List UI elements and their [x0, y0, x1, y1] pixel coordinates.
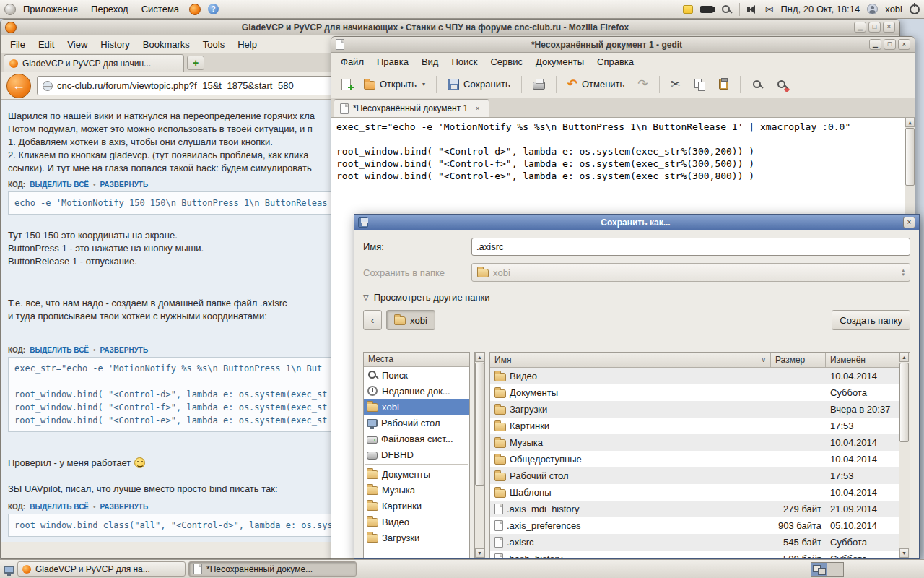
workspace-switcher[interactable]: [811, 562, 844, 577]
gedit-menu-edit[interactable]: Правка: [370, 54, 415, 69]
place-filesystem[interactable]: Файловая сист...: [364, 431, 469, 447]
file-row[interactable]: Музыка10.04.2014: [490, 434, 899, 451]
gedit-menu-file[interactable]: Файл: [334, 54, 370, 69]
place-downloads[interactable]: Загрузки: [364, 530, 469, 545]
gedit-menu-search[interactable]: Поиск: [445, 54, 484, 69]
document-tab[interactable]: *Несохранённый документ 1 ×: [334, 99, 489, 117]
user-icon[interactable]: [867, 4, 878, 14]
place-recent[interactable]: Недавние док...: [364, 383, 469, 399]
distro-menu-icon[interactable]: [4, 4, 16, 15]
menu-places[interactable]: Переход: [85, 1, 134, 17]
create-folder-button[interactable]: Создать папку: [832, 310, 910, 330]
power-icon[interactable]: [910, 4, 920, 14]
file-row[interactable]: Общедоступные10.04.2014: [490, 451, 899, 467]
tab-close-icon[interactable]: ×: [472, 103, 483, 114]
menu-view[interactable]: View: [61, 37, 94, 52]
menu-history[interactable]: History: [94, 37, 136, 52]
file-row[interactable]: .axisrc545 байтСуббота: [490, 534, 899, 551]
firefox-titlebar[interactable]: GladeVCP и PyVCP для начинающих • Станки…: [1, 20, 899, 35]
place-pictures[interactable]: Картинки: [364, 498, 469, 514]
column-modified[interactable]: Изменён: [826, 353, 899, 368]
scroll-down-icon[interactable]: ▼: [899, 548, 909, 558]
minimize-icon[interactable]: ▁: [869, 39, 881, 50]
gedit-titlebar[interactable]: *Несохранённый документ 1 - gedit ▁ □ ×: [331, 37, 915, 53]
path-back-button[interactable]: ‹: [363, 310, 382, 330]
file-row[interactable]: .axis_mdi_history279 байт21.09.2014: [490, 501, 899, 517]
select-all-link[interactable]: ВЫДЕЛИТЬ ВСЁ: [30, 181, 89, 189]
places-scrollbar[interactable]: ▲ ▼: [474, 352, 485, 558]
menu-tools[interactable]: Tools: [196, 37, 231, 52]
combo-stepper-icon[interactable]: ▴▾: [902, 268, 905, 277]
file-row[interactable]: ЗагрузкиВчера в 20:37: [490, 401, 899, 418]
gedit-menu-view[interactable]: Вид: [415, 54, 445, 69]
select-all-link[interactable]: ВЫДЕЛИТЬ ВСЁ: [30, 503, 89, 511]
new-tab-button[interactable]: +: [187, 56, 204, 70]
close-icon[interactable]: ×: [883, 22, 895, 33]
print-button[interactable]: [527, 74, 551, 95]
redo-button[interactable]: ↷: [632, 74, 653, 95]
place-search[interactable]: Поиск: [364, 367, 469, 383]
close-icon[interactable]: ×: [903, 217, 915, 228]
notes-tray-icon[interactable]: [683, 5, 693, 14]
menu-applications[interactable]: Приложения: [17, 1, 84, 17]
task-firefox[interactable]: GladeVCP и PyVCP для на...: [17, 561, 186, 577]
menu-help[interactable]: Help: [231, 37, 263, 52]
browse-other-folders-expander[interactable]: ▽ Просмотреть другие папки: [363, 292, 910, 303]
scroll-up-icon[interactable]: ▲: [905, 118, 915, 127]
mail-icon[interactable]: ✉: [765, 4, 774, 15]
open-button[interactable]: Открыть▾: [358, 74, 431, 95]
column-size[interactable]: Размер: [771, 353, 826, 368]
maximize-icon[interactable]: □: [884, 39, 896, 50]
menu-edit[interactable]: Edit: [32, 37, 61, 52]
file-row[interactable]: Рабочий стол17:53: [490, 467, 899, 484]
save-button[interactable]: Сохранить: [442, 74, 516, 95]
file-row[interactable]: .axis_preferences903 байта05.10.2014: [490, 517, 899, 534]
file-row[interactable]: ДокументыСуббота: [490, 384, 899, 401]
scroll-down-icon[interactable]: ▼: [475, 548, 484, 558]
menu-bookmarks[interactable]: Bookmarks: [136, 37, 196, 52]
place-desktop[interactable]: Рабочий стол: [364, 415, 469, 431]
close-icon[interactable]: ×: [898, 39, 910, 50]
place-dfbhd[interactable]: DFBHD: [364, 447, 469, 462]
scroll-up-icon[interactable]: ▲: [899, 353, 909, 362]
gedit-menu-tools[interactable]: Сервис: [484, 54, 529, 69]
place-documents[interactable]: Документы: [364, 466, 469, 482]
firefox-launcher-icon[interactable]: [189, 4, 201, 15]
menu-file[interactable]: File: [4, 37, 32, 52]
scrollbar-thumb[interactable]: [905, 128, 915, 186]
workspace-1[interactable]: [811, 563, 827, 576]
expand-link[interactable]: РАЗВЕРНУТЬ: [100, 346, 149, 354]
new-document-button[interactable]: [336, 74, 357, 95]
paste-button[interactable]: [712, 74, 735, 95]
place-videos[interactable]: Видео: [364, 514, 469, 530]
battery-icon[interactable]: [700, 6, 713, 13]
gedit-menu-documents[interactable]: Документы: [529, 54, 590, 69]
minimize-icon[interactable]: ▁: [854, 22, 866, 33]
clock[interactable]: Пнд, 20 Окт, 18:14: [781, 4, 860, 14]
volume-icon[interactable]: [747, 4, 758, 14]
browser-tab[interactable]: GladeVCP и PyVCP для начин...: [4, 54, 184, 72]
dialog-titlebar[interactable]: Сохранить как... ×: [354, 215, 919, 230]
place-home[interactable]: xobi: [364, 399, 469, 415]
copy-button[interactable]: [688, 74, 711, 95]
column-name[interactable]: Имя∨: [490, 353, 771, 368]
expand-link[interactable]: РАЗВЕРНУТЬ: [100, 181, 149, 189]
user-name[interactable]: xobi: [885, 4, 902, 14]
scrollbar-thumb[interactable]: [899, 363, 909, 442]
undo-button[interactable]: ↶Отменить: [562, 74, 631, 95]
back-button[interactable]: ←: [6, 74, 31, 98]
replace-button[interactable]: [770, 74, 793, 95]
cut-button[interactable]: ✂: [665, 74, 687, 95]
search-tray-icon[interactable]: [720, 4, 732, 15]
filename-input[interactable]: [471, 238, 910, 256]
scrollbar-thumb[interactable]: [475, 363, 484, 486]
file-row[interactable]: .bash_history500 байтСуббота: [490, 551, 899, 558]
maximize-icon[interactable]: □: [868, 22, 881, 33]
workspace-2[interactable]: [827, 563, 843, 576]
scroll-up-icon[interactable]: ▲: [475, 353, 484, 362]
file-row[interactable]: Картинки17:53: [490, 418, 899, 434]
expand-link[interactable]: РАЗВЕРНУТЬ: [100, 503, 149, 511]
save-in-folder-combo[interactable]: xobi ▴▾: [471, 263, 910, 282]
select-all-link[interactable]: ВЫДЕЛИТЬ ВСЁ: [30, 346, 89, 354]
show-desktop-icon[interactable]: [4, 566, 14, 574]
